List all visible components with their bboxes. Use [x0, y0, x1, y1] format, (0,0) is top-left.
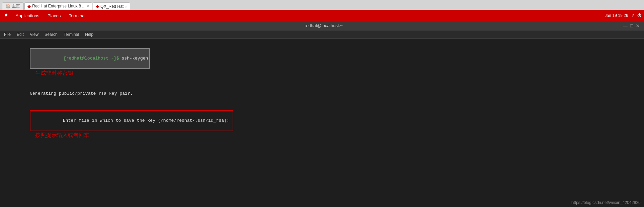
rhel-tab-label: Red Hat Enterprise Linux 8 ... [32, 4, 85, 8]
menu-search[interactable]: Search [43, 32, 59, 37]
tab-home[interactable]: 🏠 主页 [2, 2, 24, 10]
tab-rhel[interactable]: ◆ Red Hat Enterprise Linux 8 ... × [24, 2, 92, 10]
terminal-body[interactable]: [redhat@localhost ~]$ ssh-keygen 生成非对称密钥… [0, 39, 644, 207]
menu-item-applications[interactable]: Applications [14, 13, 41, 19]
rhel-tab-icon: ◆ [27, 4, 31, 9]
input-prompt-text: Enter file in which to save the key (/ho… [63, 118, 232, 123]
terminal-title-bar: redhat@localhost:~ — □ ✕ [0, 21, 644, 30]
cmd-keygen: ssh-keygen [122, 56, 148, 61]
terminal-line-1: [redhat@localhost ~]$ ssh-keygen 生成非对称密钥 [3, 41, 641, 84]
terminal-menu: File Edit View Search Terminal Help [0, 30, 644, 39]
close-terminal-button[interactable]: ✕ [636, 23, 640, 28]
output-generating: Generating public/private rsa key pair. [30, 91, 133, 96]
command-highlight-box: [redhat@localhost ~]$ ssh-keygen [30, 48, 150, 69]
prompt-user: [redhat@localhost ~]$ [64, 56, 122, 61]
menu-edit[interactable]: Edit [15, 32, 25, 37]
terminal-line-3: Enter file in which to save the key (/ho… [3, 104, 641, 146]
terminal-window-buttons: — □ ✕ [623, 23, 640, 28]
maximize-button[interactable]: □ [630, 23, 633, 28]
rhel-tab-close[interactable]: × [87, 4, 89, 8]
home-tab-icon: 🏠 [6, 4, 10, 8]
terminal-title: redhat@localhost:~ [24, 23, 623, 28]
home-tab-label: 主页 [12, 3, 20, 9]
menu-file[interactable]: File [3, 32, 12, 37]
menu-item-places[interactable]: Places [45, 13, 63, 19]
qx-tab-close[interactable]: × [125, 4, 127, 8]
terminal-line-2: Generating public/private rsa key pair. [3, 84, 641, 104]
browser-tabs-row: 🏠 主页 ◆ Red Hat Enterprise Linux 8 ... × … [0, 0, 644, 10]
menu-terminal[interactable]: Terminal [62, 32, 80, 37]
menu-help[interactable]: Help [84, 32, 95, 37]
menu-view[interactable]: View [28, 32, 40, 37]
system-datetime: Jan 19 19:26 [605, 13, 628, 18]
minimize-button[interactable]: — [623, 23, 628, 28]
redhat-logo-icon [3, 12, 9, 19]
tab-qx[interactable]: ◆ QX_Red Hat × [93, 2, 130, 10]
watermark: https://blog.csdn.net/weixin_42042926 [572, 200, 641, 205]
help-icon[interactable]: ? [631, 13, 634, 18]
qx-tab-label: QX_Red Hat [101, 4, 124, 9]
input-prompt-box: Enter file in which to save the key (/ho… [30, 110, 233, 132]
annotation-input-hint: 按照提示输入或者回车 [35, 132, 89, 138]
annotation-generate-key: 生成非对称密钥 [35, 70, 73, 76]
qx-tab-icon: ◆ [96, 4, 99, 9]
app-menu-bar: Applications Places Terminal Jan 19 19:2… [0, 10, 644, 21]
power-icon[interactable]: ⏻ [637, 13, 641, 18]
menu-item-terminal[interactable]: Terminal [67, 13, 87, 19]
